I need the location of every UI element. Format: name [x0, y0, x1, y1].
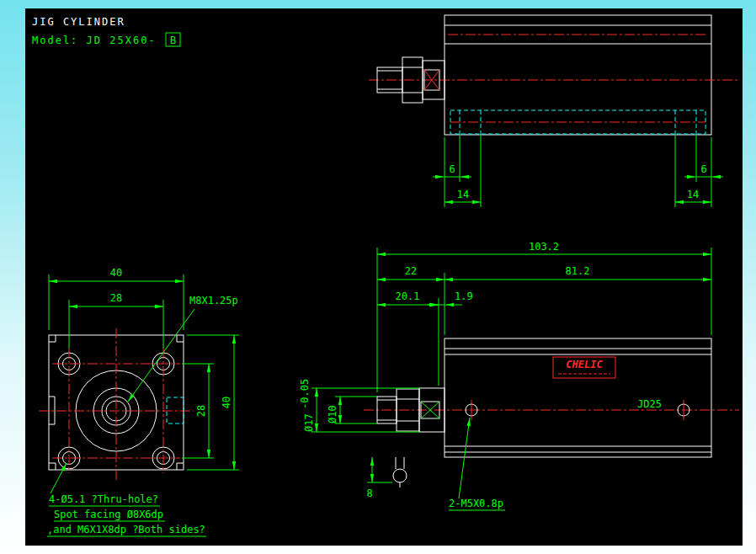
thread-label-side: 2-M5X0.8p	[449, 498, 503, 509]
dim-14-right: 14	[687, 189, 699, 200]
dim-6-left: 6	[449, 163, 455, 175]
dim-40-right: 40	[221, 397, 232, 408]
dim-8: 8	[366, 487, 372, 499]
model-rev: B	[170, 35, 176, 46]
note-line-3: ,and M6X1X8dp ?Both sides?	[47, 524, 205, 535]
dim-total: 103.2	[529, 241, 559, 253]
dia-collar: Ø17	[303, 413, 315, 432]
dim-14-left: 14	[457, 189, 469, 200]
part-code: JD25	[637, 398, 662, 410]
dia-collar-tol: -0.05	[299, 379, 311, 409]
dim-28-right: 28	[195, 405, 207, 417]
note-line-1: 4-Ø5.1 ?Thru-hole?	[49, 493, 158, 505]
dim-28-top: 28	[110, 292, 122, 304]
dia-rod: Ø10	[327, 405, 338, 423]
note-line-2: Spot facing Ø8X6dp	[54, 509, 163, 520]
drawing-title: JIG CYLINDER	[32, 16, 125, 28]
brand-text: CHELIC	[566, 359, 603, 370]
dim-20-1: 20.1	[396, 290, 420, 302]
dim-1-9: 1.9	[455, 290, 473, 302]
dim-6-right: 6	[700, 163, 706, 175]
dim-81-2: 81.2	[566, 265, 590, 277]
dim-40-top: 40	[110, 267, 122, 279]
thread-label-front: M8X1.25p	[189, 295, 238, 306]
model-number: Model: JD 25X60-	[32, 35, 157, 46]
cad-drawing: JIG CYLINDER Model: JD 25X60- B	[0, 0, 756, 554]
dim-22: 22	[405, 265, 417, 277]
